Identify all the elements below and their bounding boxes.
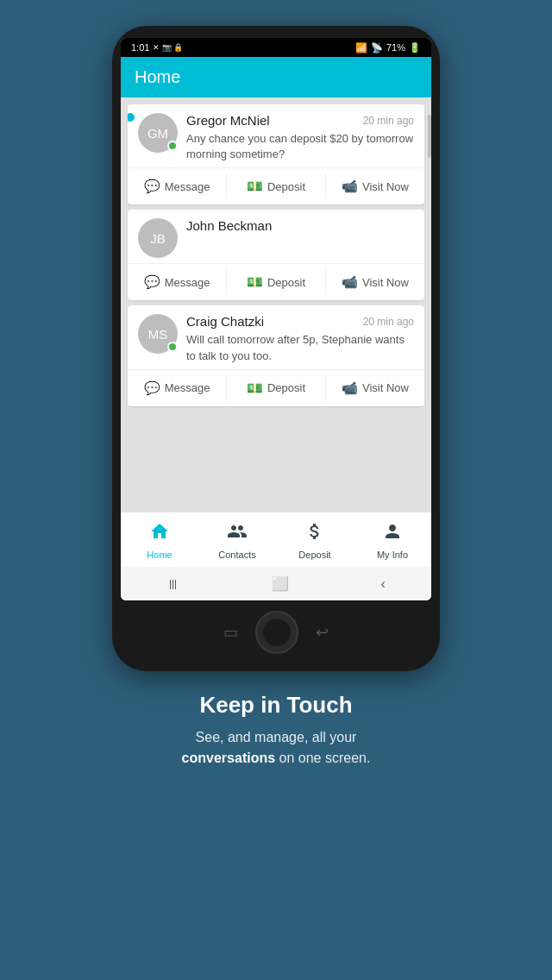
contacts-icon [227, 521, 248, 547]
status-icons: ✕ 📷 🔒 [153, 43, 183, 52]
home-btn[interactable]: ⬜ [272, 575, 289, 592]
promo-line2-bold: conversations [182, 751, 275, 765]
battery-icon: 🔋 [409, 42, 421, 53]
unread-dot [128, 113, 135, 122]
online-indicator-craig [167, 342, 178, 352]
message-text-craig: Will call tomorrow after 5p, Stephanie w… [186, 332, 414, 363]
hw-recent-btn[interactable]: ▭ [223, 623, 238, 642]
video-icon-craig: 📹 [342, 380, 358, 396]
app-header: Home [121, 57, 431, 97]
nav-myinfo[interactable]: My Info [354, 512, 431, 567]
time-craig: 20 min ago [363, 316, 414, 328]
deposit-btn-craig[interactable]: 💵 Deposit [227, 375, 326, 401]
promo-body: See, and manage, all your conversations … [182, 727, 371, 769]
online-indicator-gregor [167, 141, 178, 151]
promo-line2-rest: on one screen. [275, 751, 370, 765]
scroll-indicator [428, 115, 431, 158]
deposit-btn-gregor[interactable]: 💵 Deposit [227, 173, 326, 199]
video-icon-gregor: 📹 [342, 179, 358, 194]
hw-back-btn[interactable]: ↩ [316, 623, 329, 642]
message-btn-john[interactable]: 💬 Message [128, 269, 227, 295]
android-nav-bar: ⫼ ⬜ ‹ [121, 567, 431, 600]
message-card-craig[interactable]: MS Craig Chatzki 20 min ago Will call to… [128, 305, 424, 405]
time-gregor: 20 min ago [363, 115, 414, 127]
status-time: 1:01 [131, 42, 149, 53]
nav-home-label: Home [147, 550, 172, 560]
home-icon [149, 521, 170, 547]
status-bar: 1:01 ✕ 📷 🔒 📶 📡 71% 🔋 [121, 38, 431, 57]
battery-level: 71% [386, 42, 405, 53]
nav-home[interactable]: Home [121, 512, 198, 567]
message-icon-gregor: 💬 [144, 179, 160, 194]
message-icon-john: 💬 [144, 274, 160, 290]
visit-btn-john[interactable]: 📹 Visit Now [326, 269, 424, 295]
message-text-gregor: Any chance you can deposit $20 by tomorr… [186, 131, 414, 162]
bottom-nav: Home Contacts Deposit [121, 512, 431, 567]
nav-contacts[interactable]: Contacts [198, 512, 276, 567]
deposit-nav-icon [304, 521, 325, 547]
visit-btn-gregor[interactable]: 📹 Visit Now [326, 173, 424, 199]
deposit-icon-craig: 💵 [247, 380, 263, 396]
recent-apps-btn[interactable]: ⫼ [166, 576, 180, 592]
messages-area-wrapper: GM Gregor McNiel 20 min ago Any chance y… [121, 97, 431, 512]
message-btn-gregor[interactable]: 💬 Message [128, 173, 227, 199]
visit-btn-craig[interactable]: 📹 Visit Now [326, 375, 424, 401]
phone-hardware-bottom: ▭ ↩ [121, 600, 431, 657]
deposit-icon-gregor: 💵 [247, 179, 263, 194]
phone-outer: 1:01 ✕ 📷 🔒 📶 📡 71% 🔋 Home [112, 26, 440, 671]
back-btn[interactable]: ‹ [381, 576, 386, 592]
video-icon-john: 📹 [342, 274, 358, 290]
nav-contacts-label: Contacts [218, 550, 255, 560]
nav-myinfo-label: My Info [377, 550, 408, 560]
promo-text: Keep in Touch See, and manage, all your … [147, 692, 405, 795]
signal-icon: 📡 [371, 42, 383, 53]
deposit-icon-john: 💵 [247, 274, 263, 290]
message-card-gregor[interactable]: GM Gregor McNiel 20 min ago Any chance y… [128, 104, 424, 204]
promo-line1: See, and manage, all your [196, 730, 357, 744]
contact-name-gregor: Gregor McNiel [186, 113, 270, 128]
message-card-john[interactable]: JB John Beckman 💬 M [128, 210, 424, 300]
myinfo-icon [382, 521, 403, 547]
nav-deposit-label: Deposit [298, 550, 330, 560]
hw-home-btn[interactable] [255, 611, 298, 654]
messages-area: GM Gregor McNiel 20 min ago Any chance y… [121, 97, 431, 512]
wifi-icon: 📶 [355, 42, 367, 53]
message-icon-craig: 💬 [144, 380, 160, 396]
message-btn-craig[interactable]: 💬 Message [128, 375, 227, 401]
header-title: Home [135, 67, 180, 86]
contact-name-john: John Beckman [186, 218, 272, 233]
contact-name-craig: Craig Chatzki [186, 314, 264, 329]
phone-screen: 1:01 ✕ 📷 🔒 📶 📡 71% 🔋 Home [121, 38, 431, 600]
avatar-john: JB [138, 218, 178, 258]
promo-heading: Keep in Touch [182, 692, 371, 719]
nav-deposit[interactable]: Deposit [276, 512, 354, 567]
deposit-btn-john[interactable]: 💵 Deposit [227, 269, 326, 295]
